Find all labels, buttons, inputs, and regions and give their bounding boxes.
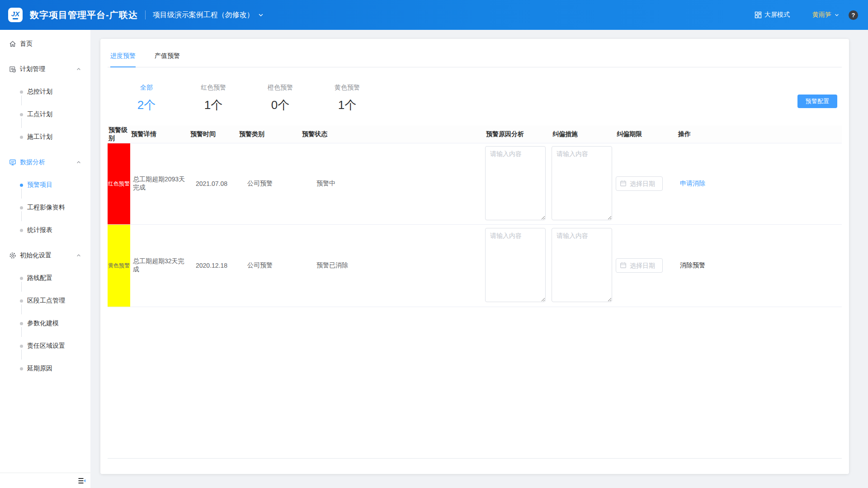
warning-config-button[interactable]: 预警配置	[797, 95, 837, 108]
deadline-date-picker	[616, 176, 663, 191]
sidebar-item-route-config[interactable]: 路线配置	[0, 267, 90, 289]
bullet-icon	[20, 367, 23, 370]
user-menu[interactable]: 黄雨笋	[812, 11, 840, 19]
sidebar-item-label: 路线配置	[27, 274, 52, 282]
help-button[interactable]: ?	[849, 10, 858, 20]
sidebar-item-label: 预警项目	[27, 181, 52, 189]
gear-icon	[9, 252, 16, 259]
table-header-row: 预警级别 预警详情 预警时间 预警类别 预警状态 预警原因分析 纠偏措施 纠偏期…	[108, 126, 842, 143]
sidebar-item-project-imagery[interactable]: 工程影像资料	[0, 196, 90, 219]
sidebar-item-label: 工程影像资料	[27, 204, 65, 212]
sidebar-item-label: 统计报表	[27, 226, 52, 234]
sidebar-item-section-site-management[interactable]: 区段工点管理	[0, 289, 90, 312]
header-right-group: 大屏模式 黄雨笋 ?	[755, 10, 858, 20]
bullet-icon	[20, 345, 23, 348]
grid-icon	[755, 11, 762, 19]
sidebar-item-construction-plan[interactable]: 施工计划	[0, 126, 90, 148]
warning-detail: 总工期超期32天完成	[130, 224, 189, 307]
red-warning-badge: 红色预警	[108, 143, 130, 224]
header-divider	[145, 10, 146, 19]
warning-stats-row: 全部 2个 红色预警 1个 橙色预警 0个 黄色预警 1个 预警配置	[108, 84, 842, 113]
sidebar-group-label: 计划管理	[20, 65, 45, 73]
chevron-up-icon	[76, 253, 81, 258]
project-selector[interactable]: 项目级演示案例工程（勿修改）	[153, 10, 264, 20]
column-header-action: 操作	[677, 126, 842, 143]
warning-category: 公司预警	[238, 143, 301, 224]
sidebar-item-label: 总控计划	[27, 88, 52, 96]
warning-detail: 总工期超期2093天完成	[130, 143, 189, 224]
corrective-measures-textarea[interactable]	[552, 228, 612, 302]
app-title: 数字项目管理平台-广联达	[30, 9, 138, 21]
stat-all[interactable]: 全部 2个	[124, 84, 169, 113]
sidebar-group-label: 初始化设置	[20, 251, 52, 260]
app-window: JX 数字项目管理平台-广联达 项目级演示案例工程（勿修改） 大屏模式 黄雨笋 …	[0, 0, 868, 488]
stat-red-warning[interactable]: 红色预警 1个	[191, 84, 236, 113]
stat-label: 橙色预警	[258, 84, 303, 92]
tab-output-value-warning[interactable]: 产值预警	[155, 46, 180, 67]
column-header-reason: 预警原因分析	[485, 126, 552, 143]
yellow-warning-badge: 黄色预警	[108, 225, 130, 307]
corrective-measures-textarea[interactable]	[552, 146, 612, 220]
sidebar-group-plan[interactable]: 计划管理	[0, 58, 90, 81]
warning-table: 预警级别 预警详情 预警时间 预警类别 预警状态 预警原因分析 纠偏措施 纠偏期…	[108, 126, 842, 307]
chevron-down-icon	[258, 12, 264, 18]
sidebar-item-delay-reason[interactable]: 延期原因	[0, 357, 90, 380]
tab-progress-warning[interactable]: 进度预警	[110, 46, 136, 67]
sidebar-item-label: 责任区域设置	[27, 342, 65, 350]
sidebar-group-label: 数据分析	[20, 158, 45, 166]
sidebar-item-warning-projects[interactable]: 预警项目	[0, 174, 90, 196]
sidebar-group-data-analysis[interactable]: 数据分析	[0, 151, 90, 174]
bullet-icon	[20, 206, 23, 209]
chevron-down-icon	[834, 12, 840, 18]
sidebar-item-parametric-modeling[interactable]: 参数化建模	[0, 312, 90, 335]
project-selector-label: 项目级演示案例工程（勿修改）	[153, 10, 254, 20]
reason-analysis-textarea[interactable]	[485, 228, 546, 302]
stat-label: 黄色预警	[325, 84, 370, 92]
logo-text: JX	[11, 10, 19, 17]
bullet-icon	[20, 277, 23, 280]
sidebar-item-site-plan[interactable]: 工点计划	[0, 103, 90, 126]
table-row: 黄色预警 总工期超期32天完成 2020.12.18 公司预警 预警已消除	[108, 224, 842, 307]
level-cell: 黄色预警	[108, 224, 130, 307]
sidebar-item-master-plan[interactable]: 总控计划	[0, 81, 90, 103]
sidebar-item-statistics-report[interactable]: 统计报表	[0, 219, 90, 242]
big-screen-mode-label: 大屏模式	[764, 11, 790, 19]
bullet-icon	[20, 184, 23, 187]
sidebar: 首页 计划管理 总控计划 工点计划 施工计划 数据分析	[0, 30, 90, 488]
bullet-icon	[20, 229, 23, 232]
collapse-sidebar-icon[interactable]	[78, 477, 86, 484]
sidebar-item-label: 首页	[20, 40, 33, 48]
username: 黄雨笋	[812, 11, 831, 19]
apply-clear-warning-link[interactable]: 申请消除	[680, 180, 705, 187]
clear-warning-action[interactable]: 消除预警	[680, 261, 705, 269]
stat-value: 1个	[325, 97, 370, 113]
reason-analysis-textarea[interactable]	[485, 146, 546, 220]
stat-value: 0个	[258, 97, 303, 113]
stat-label: 红色预警	[191, 84, 236, 92]
column-header-deadline: 纠偏期限	[616, 126, 677, 143]
warning-time: 2021.07.08	[189, 143, 238, 224]
sidebar-group-init-settings[interactable]: 初始化设置	[0, 244, 90, 267]
sidebar-footer	[0, 473, 90, 488]
column-header-detail: 预警详情	[130, 126, 189, 143]
home-icon	[9, 40, 16, 47]
chevron-up-icon	[76, 66, 81, 72]
big-screen-mode-button[interactable]: 大屏模式	[755, 11, 790, 19]
column-header-measure: 纠偏措施	[552, 126, 616, 143]
bullet-icon	[20, 299, 23, 303]
stat-yellow-warning[interactable]: 黄色预警 1个	[325, 84, 370, 113]
stat-orange-warning[interactable]: 橙色预警 0个	[258, 84, 303, 113]
sidebar-item-label: 施工计划	[27, 133, 52, 141]
stat-label: 全部	[124, 84, 169, 92]
calendar-icon	[620, 180, 627, 187]
app-logo: JX	[8, 8, 23, 22]
plan-icon	[9, 66, 16, 73]
analysis-icon	[9, 159, 16, 166]
sidebar-item-label: 参数化建模	[27, 319, 59, 327]
sidebar-item-responsibility-area[interactable]: 责任区域设置	[0, 335, 90, 357]
calendar-icon	[620, 262, 627, 269]
sidebar-item-home[interactable]: 首页	[0, 33, 90, 55]
table-row: 红色预警 总工期超期2093天完成 2021.07.08 公司预警 预警中	[108, 143, 842, 224]
bullet-icon	[20, 90, 23, 94]
level-cell: 红色预警	[108, 143, 130, 224]
